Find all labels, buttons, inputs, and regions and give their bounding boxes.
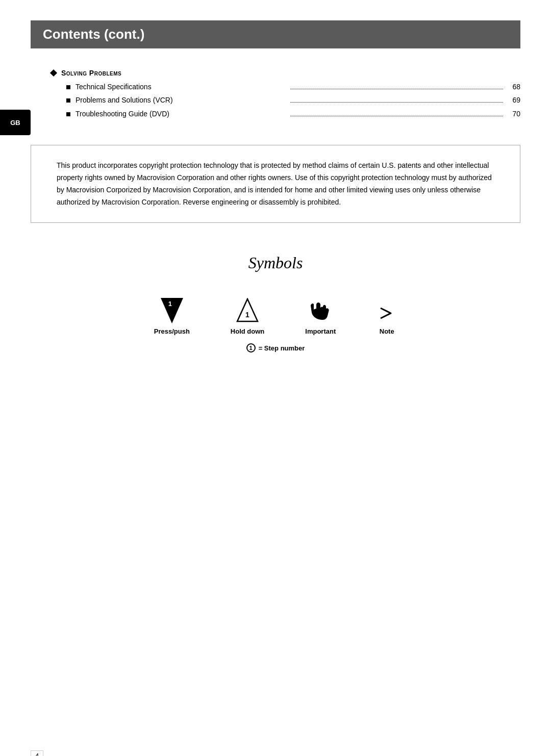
symbols-title: Symbols xyxy=(31,254,520,272)
toc-item-label: Troubleshooting Guide (DVD) xyxy=(76,108,288,119)
toc-bullet-icon xyxy=(66,112,70,116)
press-push-icon-container: 1 xyxy=(161,293,183,323)
circle-number-icon: 1 xyxy=(246,343,256,352)
hold-down-icon-container: 1 xyxy=(236,293,259,323)
step-number-label: = Step number xyxy=(259,344,305,352)
note-label: Note xyxy=(380,327,394,335)
page-container: Contents (cont.) GB Solving Problems Tec… xyxy=(0,20,551,756)
symbols-row: 1 Press/push 1 Hold down xyxy=(31,293,520,335)
important-icon-container xyxy=(307,293,335,323)
toc-item: Problems and Solutions (VCR) 69 xyxy=(66,94,520,106)
page-number: 4 xyxy=(31,750,43,756)
step-number-row: 1 = Step number xyxy=(31,343,520,352)
press-push-symbol: 1 Press/push xyxy=(154,293,190,335)
svg-text:1: 1 xyxy=(245,311,249,319)
press-push-number: 1 xyxy=(168,300,172,308)
step-number-text: 1 = Step number xyxy=(246,343,305,352)
page-title: Contents (cont.) xyxy=(43,27,144,42)
toc-dots xyxy=(290,116,503,116)
toc-item: Technical Specifications 68 xyxy=(66,81,520,92)
copyright-box: This product incorporates copyright prot… xyxy=(31,145,520,223)
important-label: Important xyxy=(305,327,336,335)
press-push-icon: 1 xyxy=(161,298,183,323)
header-banner: Contents (cont.) xyxy=(31,20,520,48)
hold-down-label: Hold down xyxy=(231,327,264,335)
toc-dots xyxy=(290,102,503,103)
copyright-text: This product incorporates copyright prot… xyxy=(57,160,494,208)
important-symbol: Important xyxy=(305,293,336,335)
solving-problems-header: Solving Problems xyxy=(51,69,520,77)
important-icon xyxy=(307,295,335,323)
press-push-label: Press/push xyxy=(154,327,190,335)
hold-down-icon: 1 xyxy=(236,298,259,323)
toc-item-label: Technical Specifications xyxy=(76,81,288,92)
toc-item-label: Problems and Solutions (VCR) xyxy=(76,94,288,106)
diamond-icon xyxy=(50,69,57,77)
toc-item: Troubleshooting Guide (DVD) 70 xyxy=(66,108,520,119)
hold-down-symbol: 1 Hold down xyxy=(231,293,264,335)
note-icon-container xyxy=(377,293,397,323)
contents-section: Solving Problems Technical Specification… xyxy=(51,69,520,119)
toc-list: Technical Specifications 68 Problems and… xyxy=(66,81,520,119)
toc-bullet-icon xyxy=(66,98,70,103)
note-symbol: Note xyxy=(377,293,397,335)
solving-problems-title: Solving Problems xyxy=(61,69,121,77)
note-icon xyxy=(377,303,397,323)
toc-page-number: 70 xyxy=(505,108,520,119)
gb-badge: GB xyxy=(0,110,31,135)
toc-page-number: 68 xyxy=(505,81,520,92)
symbols-section: Symbols 1 Press/push xyxy=(31,254,520,352)
toc-page-number: 69 xyxy=(505,94,520,106)
toc-dots xyxy=(290,89,503,89)
toc-bullet-icon xyxy=(66,85,70,89)
